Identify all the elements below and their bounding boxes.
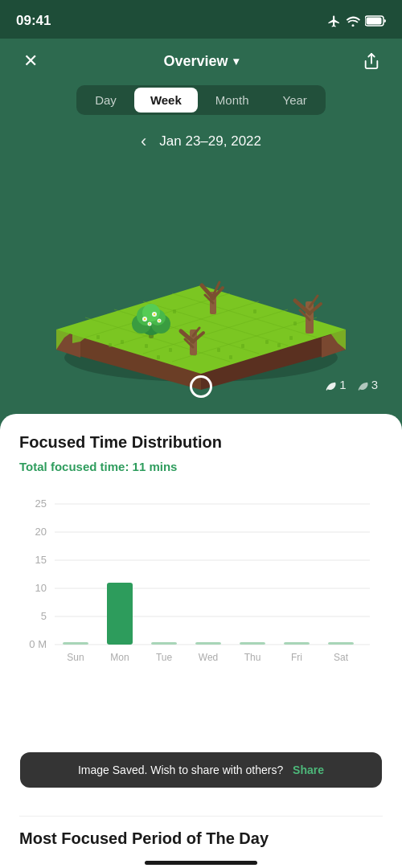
toast-notification: Image Saved. Wish to share with others? … xyxy=(20,752,382,788)
svg-rect-19 xyxy=(145,344,148,348)
svg-text:Mon: Mon xyxy=(110,652,129,663)
airplane-icon xyxy=(327,14,341,28)
leaf-alive-icon xyxy=(324,379,337,391)
svg-rect-82 xyxy=(151,642,177,645)
svg-rect-28 xyxy=(229,355,232,359)
tab-week[interactable]: Week xyxy=(134,88,198,113)
garden-illustration xyxy=(32,181,370,406)
home-indicator-area xyxy=(0,854,402,868)
date-navigation: ‹ Jan 23–29, 2022 xyxy=(0,125,402,165)
chart-svg: 25 20 15 10 5 0 M xyxy=(19,489,383,666)
wifi-icon xyxy=(346,15,360,27)
close-button[interactable]: ✕ xyxy=(16,47,45,76)
most-focused-section: Most Focused Period of The Day xyxy=(0,816,402,854)
svg-rect-17 xyxy=(96,335,100,339)
total-focused-time: Total focused time: 11 mins xyxy=(19,460,383,473)
svg-rect-86 xyxy=(328,642,354,645)
svg-text:5: 5 xyxy=(41,610,47,622)
svg-point-51 xyxy=(144,318,146,320)
svg-rect-27 xyxy=(157,355,160,359)
alive-plant-count: 1 xyxy=(324,378,346,391)
focused-time-title: Focused Time Distribution xyxy=(19,433,383,452)
date-range: Jan 23–29, 2022 xyxy=(159,133,261,149)
prev-date-button[interactable]: ‹ xyxy=(141,131,146,152)
garden-scene: 1 3 xyxy=(0,165,402,414)
svg-rect-22 xyxy=(217,348,220,352)
svg-text:0 M: 0 M xyxy=(29,638,47,650)
most-focused-title: Most Focused Period of The Day xyxy=(19,816,383,854)
svg-point-53 xyxy=(149,323,150,325)
svg-rect-26 xyxy=(109,343,112,347)
toast-share-button[interactable]: Share xyxy=(293,764,324,776)
focused-time-value: 11 xyxy=(133,460,146,473)
home-indicator-bar xyxy=(145,861,257,865)
svg-rect-33 xyxy=(253,309,256,313)
svg-text:Fri: Fri xyxy=(291,652,302,663)
svg-text:15: 15 xyxy=(35,554,47,566)
garden-canvas xyxy=(32,181,370,406)
toast-message: Image Saved. Wish to share with others? xyxy=(78,764,283,776)
svg-rect-23 xyxy=(241,344,244,348)
svg-rect-83 xyxy=(195,642,221,645)
tab-month[interactable]: Month xyxy=(199,88,265,113)
svg-text:25: 25 xyxy=(35,497,47,510)
svg-rect-84 xyxy=(240,642,265,645)
tab-bar: Day Week Month Year xyxy=(0,85,402,125)
tab-year[interactable]: Year xyxy=(267,88,323,113)
leaf-dead-icon xyxy=(356,379,369,391)
bar-chart: 25 20 15 10 5 0 M xyxy=(19,489,383,666)
status-icons xyxy=(327,14,386,28)
svg-rect-85 xyxy=(284,642,310,645)
svg-rect-31 xyxy=(173,309,176,313)
share-button[interactable] xyxy=(357,47,386,76)
svg-text:Wed: Wed xyxy=(199,652,218,663)
svg-point-52 xyxy=(154,313,155,315)
chevron-down-icon: ▾ xyxy=(233,55,239,68)
svg-rect-20 xyxy=(169,348,172,352)
svg-rect-24 xyxy=(265,340,269,344)
svg-text:Tue: Tue xyxy=(156,652,173,663)
dead-plant-count: 3 xyxy=(356,378,378,391)
svg-rect-25 xyxy=(289,336,293,340)
plant-counters: 1 3 xyxy=(324,378,378,391)
page-indicator xyxy=(190,375,212,398)
svg-rect-1 xyxy=(367,18,382,25)
svg-text:20: 20 xyxy=(35,526,47,538)
svg-text:10: 10 xyxy=(35,582,47,594)
header: ✕ Overview ▾ xyxy=(0,39,402,85)
svg-rect-18 xyxy=(121,340,124,344)
tab-day[interactable]: Day xyxy=(79,88,133,113)
tab-bar-inner: Day Week Month Year xyxy=(76,85,326,115)
svg-text:Sun: Sun xyxy=(67,652,84,663)
svg-rect-29 xyxy=(277,343,281,347)
svg-rect-80 xyxy=(63,642,88,645)
svg-point-54 xyxy=(158,320,160,321)
svg-text:Sat: Sat xyxy=(334,652,349,663)
status-bar: 09:41 xyxy=(0,0,402,39)
battery-icon xyxy=(365,15,386,27)
svg-rect-81 xyxy=(107,583,133,645)
header-title: Overview ▾ xyxy=(163,53,238,70)
share-icon xyxy=(363,52,380,70)
status-time: 09:41 xyxy=(16,13,51,29)
svg-text:Thu: Thu xyxy=(244,652,261,663)
svg-rect-34 xyxy=(293,321,297,326)
